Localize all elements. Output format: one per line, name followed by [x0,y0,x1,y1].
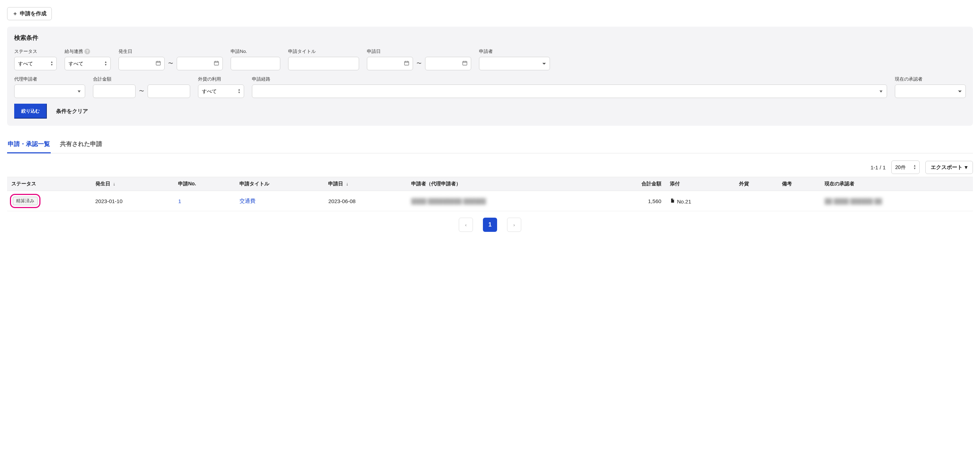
range-separator: 〜 [167,61,174,67]
amount-from-input[interactable] [93,85,135,98]
occur-date-from[interactable] [119,57,165,70]
create-request-label: 申請を作成 [20,10,46,17]
fx-select[interactable]: すべて [198,85,244,98]
cell-attach: No.21 [666,191,735,211]
label-proxy: 代理申請者 [14,76,85,82]
sort-desc-icon: ↓ [113,181,115,187]
list-header: 1-1 / 1 20件 ▲▼ エクスポート ▾ [7,160,973,174]
help-icon[interactable]: ? [84,49,90,54]
col-title: 申請タイトル [235,177,324,191]
label-request-title: 申請タイトル [288,48,359,55]
clear-button[interactable]: 条件をクリア [54,104,90,118]
result-count: 1-1 / 1 [870,164,886,171]
search-row-1: ステータス すべて ▲▼ 給与連携 ? すべて ▲▼ 発生日 [14,48,966,70]
amount-to-input[interactable] [148,85,190,98]
request-no-input[interactable] [231,57,280,70]
col-approver: 現在の承認者 [820,177,973,191]
table-row[interactable]: 精算済み 2023-01-10 1 交通費 2023-06-08 ████ ██… [7,191,973,211]
payroll-select[interactable]: すべて [65,57,111,70]
label-request-no: 申請No. [231,48,280,55]
label-request-date: 申請日 [367,48,471,55]
label-payroll: 給与連携 ? [65,48,111,55]
cell-occur-date: 2023-01-10 [91,191,174,211]
label-approver: 現在の承認者 [895,76,966,82]
label-status: ステータス [14,48,57,55]
page-next-button[interactable]: › [507,218,521,232]
col-applicant: 申請者（代理申請者） [407,177,600,191]
applicant-select[interactable] [479,57,550,70]
col-attach: 添付 [666,177,735,191]
search-row-2: 代理申請者 合計金額 〜 外貨の利用 すべて ▲▼ 申請経路 [14,76,966,98]
search-panel: 検索条件 ステータス すべて ▲▼ 給与連携 ? すべて ▲▼ [7,27,973,126]
col-status: ステータス [7,177,91,191]
col-occur-date[interactable]: 発生日 ↓ [91,177,174,191]
page-prev-button[interactable]: ‹ [459,218,473,232]
route-select[interactable] [252,85,887,98]
pagination: ‹ 1 › [7,218,973,232]
search-actions: 絞り込む 条件をクリア [14,104,966,118]
page-size-select[interactable]: 20件 [891,160,920,174]
request-date-to[interactable] [425,57,471,70]
caret-down-icon: ▾ [965,164,967,171]
range-separator: 〜 [138,88,145,94]
chevron-right-icon: › [514,222,515,228]
col-request-no: 申請No. [174,177,235,191]
cell-total: 1,560 [600,191,666,211]
status-badge: 精算済み [13,197,38,205]
cell-fx [735,191,778,211]
label-occur-date: 発生日 [119,48,223,55]
approver-select[interactable] [895,85,966,98]
cell-approver: ██ ████ ██████ ██ [824,198,882,204]
cell-request-date: 2023-06-08 [324,191,407,211]
label-total: 合計金額 [93,76,190,82]
range-separator: 〜 [416,61,422,67]
col-request-date[interactable]: 申請日 ↓ [324,177,407,191]
request-no-link[interactable]: 1 [178,198,181,204]
tab-request-list[interactable]: 申請・承認一覧 [7,136,51,153]
request-table: ステータス 発生日 ↓ 申請No. 申請タイトル 申請日 ↓ 申請者（代理申請者… [7,177,973,211]
label-fx: 外貨の利用 [198,76,244,82]
col-total: 合計金額 [600,177,666,191]
request-date-from[interactable] [367,57,413,70]
proxy-applicant-select[interactable] [14,85,85,98]
cell-remarks [778,191,821,211]
document-icon [670,198,676,204]
request-title-link[interactable]: 交通費 [240,198,256,204]
status-select[interactable]: すべて [14,57,57,70]
status-highlight: 精算済み [11,195,39,207]
filter-button[interactable]: 絞り込む [14,104,47,118]
col-remarks: 備考 [778,177,821,191]
sort-desc-icon: ↓ [346,181,348,187]
tab-shared-requests[interactable]: 共有された申請 [59,136,103,153]
create-request-button[interactable]: ＋ 申請を作成 [7,7,52,20]
page-current: 1 [483,218,497,232]
cell-applicant: ████ █████████ ██████ [411,198,486,204]
label-route: 申請経路 [252,76,887,82]
request-title-input[interactable] [288,57,359,70]
export-label: エクスポート [931,164,963,171]
search-title: 検索条件 [14,34,966,42]
table-header-row: ステータス 発生日 ↓ 申請No. 申請タイトル 申請日 ↓ 申請者（代理申請者… [7,177,973,191]
tabs: 申請・承認一覧 共有された申請 [7,136,973,153]
export-button[interactable]: エクスポート ▾ [925,161,973,174]
plus-icon: ＋ [13,10,18,17]
col-fx: 外貨 [735,177,778,191]
label-applicant: 申請者 [479,48,550,55]
chevron-left-icon: ‹ [465,222,466,228]
occur-date-to[interactable] [177,57,223,70]
